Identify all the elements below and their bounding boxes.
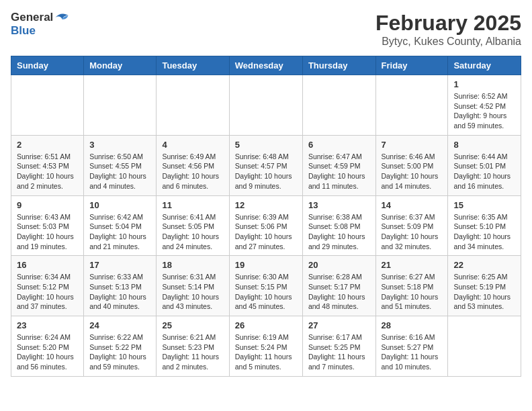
day-info: Sunrise: 6:17 AM Sunset: 5:25 PM Dayligh… [308, 332, 370, 372]
title-section: February 2025 Bytyc, Kukes County, Alban… [375, 11, 521, 48]
calendar-header: SundayMondayTuesdayWednesdayThursdayFrid… [11, 56, 521, 75]
calendar-cell: 23Sunrise: 6:24 AM Sunset: 5:20 PM Dayli… [11, 316, 84, 377]
weekday-header-thursday: Thursday [302, 56, 375, 75]
day-info: Sunrise: 6:22 AM Sunset: 5:22 PM Dayligh… [89, 332, 150, 372]
calendar-cell: 28Sunrise: 6:16 AM Sunset: 5:27 PM Dayli… [375, 316, 448, 377]
day-number: 22 [453, 260, 515, 270]
calendar-body: 1Sunrise: 6:52 AM Sunset: 4:52 PM Daylig… [11, 75, 521, 377]
day-number: 13 [308, 200, 370, 210]
day-info: Sunrise: 6:21 AM Sunset: 5:23 PM Dayligh… [162, 332, 223, 372]
day-info: Sunrise: 6:38 AM Sunset: 5:08 PM Dayligh… [308, 212, 370, 252]
logo: General Blue [11, 11, 69, 38]
header: General Blue February 2025 Bytyc, Kukes … [11, 11, 521, 48]
day-info: Sunrise: 6:33 AM Sunset: 5:13 PM Dayligh… [89, 272, 150, 312]
calendar-cell: 14Sunrise: 6:37 AM Sunset: 5:09 PM Dayli… [375, 195, 448, 256]
day-number: 16 [17, 260, 78, 270]
day-number: 21 [382, 260, 443, 270]
day-number: 12 [235, 200, 297, 210]
day-info: Sunrise: 6:39 AM Sunset: 5:06 PM Dayligh… [235, 212, 297, 252]
calendar-cell: 5Sunrise: 6:48 AM Sunset: 4:57 PM Daylig… [229, 135, 302, 195]
day-info: Sunrise: 6:19 AM Sunset: 5:24 PM Dayligh… [235, 332, 297, 372]
day-number: 3 [89, 140, 150, 150]
day-info: Sunrise: 6:31 AM Sunset: 5:14 PM Dayligh… [162, 272, 223, 312]
day-number: 6 [308, 140, 370, 150]
week-row-1: 1Sunrise: 6:52 AM Sunset: 4:52 PM Daylig… [11, 75, 521, 136]
day-number: 8 [453, 140, 515, 150]
week-row-2: 2Sunrise: 6:51 AM Sunset: 4:53 PM Daylig… [11, 135, 521, 195]
day-number: 5 [235, 140, 297, 150]
calendar-cell [302, 75, 375, 136]
day-info: Sunrise: 6:41 AM Sunset: 5:05 PM Dayligh… [162, 212, 223, 252]
subtitle: Bytyc, Kukes County, Albania [375, 36, 521, 48]
day-info: Sunrise: 6:44 AM Sunset: 5:01 PM Dayligh… [453, 152, 515, 191]
logo-bird-icon [54, 11, 69, 24]
weekday-header-saturday: Saturday [448, 56, 521, 75]
weekday-header-tuesday: Tuesday [157, 56, 229, 75]
calendar-cell: 9Sunrise: 6:43 AM Sunset: 5:03 PM Daylig… [11, 195, 84, 256]
calendar-cell: 26Sunrise: 6:19 AM Sunset: 5:24 PM Dayli… [229, 316, 302, 377]
logo-general: General [11, 11, 53, 24]
day-info: Sunrise: 6:30 AM Sunset: 5:15 PM Dayligh… [235, 272, 297, 312]
calendar-cell: 15Sunrise: 6:35 AM Sunset: 5:10 PM Dayli… [448, 195, 521, 256]
day-info: Sunrise: 6:24 AM Sunset: 5:20 PM Dayligh… [17, 332, 78, 372]
weekday-row: SundayMondayTuesdayWednesdayThursdayFrid… [11, 56, 521, 75]
calendar-cell: 10Sunrise: 6:42 AM Sunset: 5:04 PM Dayli… [84, 195, 157, 256]
day-number: 27 [308, 320, 370, 330]
calendar-cell: 25Sunrise: 6:21 AM Sunset: 5:23 PM Dayli… [157, 316, 229, 377]
weekday-header-monday: Monday [84, 56, 157, 75]
calendar-cell: 22Sunrise: 6:25 AM Sunset: 5:19 PM Dayli… [448, 256, 521, 316]
day-number: 19 [235, 260, 297, 270]
day-number: 23 [17, 320, 78, 330]
day-number: 1 [453, 79, 515, 89]
calendar-cell: 16Sunrise: 6:34 AM Sunset: 5:12 PM Dayli… [11, 256, 84, 316]
calendar-cell [229, 75, 302, 136]
calendar-cell: 12Sunrise: 6:39 AM Sunset: 5:06 PM Dayli… [229, 195, 302, 256]
day-info: Sunrise: 6:25 AM Sunset: 5:19 PM Dayligh… [453, 272, 515, 312]
day-number: 20 [308, 260, 370, 270]
day-number: 9 [17, 200, 78, 210]
calendar-cell: 19Sunrise: 6:30 AM Sunset: 5:15 PM Dayli… [229, 256, 302, 316]
calendar: SundayMondayTuesdayWednesdayThursdayFrid… [11, 56, 521, 377]
calendar-cell: 7Sunrise: 6:46 AM Sunset: 5:00 PM Daylig… [375, 135, 448, 195]
calendar-cell: 8Sunrise: 6:44 AM Sunset: 5:01 PM Daylig… [448, 135, 521, 195]
day-number: 25 [162, 320, 223, 330]
day-info: Sunrise: 6:28 AM Sunset: 5:17 PM Dayligh… [308, 272, 370, 312]
day-number: 15 [453, 200, 515, 210]
day-info: Sunrise: 6:51 AM Sunset: 4:53 PM Dayligh… [17, 152, 78, 191]
calendar-cell: 27Sunrise: 6:17 AM Sunset: 5:25 PM Dayli… [302, 316, 375, 377]
day-info: Sunrise: 6:16 AM Sunset: 5:27 PM Dayligh… [382, 332, 443, 372]
calendar-cell: 3Sunrise: 6:50 AM Sunset: 4:55 PM Daylig… [84, 135, 157, 195]
weekday-header-sunday: Sunday [11, 56, 84, 75]
day-number: 14 [382, 200, 443, 210]
weekday-header-friday: Friday [375, 56, 448, 75]
calendar-cell [157, 75, 229, 136]
day-info: Sunrise: 6:42 AM Sunset: 5:04 PM Dayligh… [89, 212, 150, 252]
calendar-cell: 4Sunrise: 6:49 AM Sunset: 4:56 PM Daylig… [157, 135, 229, 195]
day-info: Sunrise: 6:37 AM Sunset: 5:09 PM Dayligh… [382, 212, 443, 252]
calendar-cell: 6Sunrise: 6:47 AM Sunset: 4:59 PM Daylig… [302, 135, 375, 195]
day-info: Sunrise: 6:35 AM Sunset: 5:10 PM Dayligh… [453, 212, 515, 252]
day-number: 24 [89, 320, 150, 330]
day-number: 28 [382, 320, 443, 330]
day-info: Sunrise: 6:27 AM Sunset: 5:18 PM Dayligh… [382, 272, 443, 312]
week-row-4: 16Sunrise: 6:34 AM Sunset: 5:12 PM Dayli… [11, 256, 521, 316]
week-row-3: 9Sunrise: 6:43 AM Sunset: 5:03 PM Daylig… [11, 195, 521, 256]
calendar-cell [11, 75, 84, 136]
day-number: 2 [17, 140, 78, 150]
calendar-cell: 1Sunrise: 6:52 AM Sunset: 4:52 PM Daylig… [448, 75, 521, 136]
calendar-cell [84, 75, 157, 136]
calendar-cell: 2Sunrise: 6:51 AM Sunset: 4:53 PM Daylig… [11, 135, 84, 195]
day-info: Sunrise: 6:43 AM Sunset: 5:03 PM Dayligh… [17, 212, 78, 252]
calendar-cell: 21Sunrise: 6:27 AM Sunset: 5:18 PM Dayli… [375, 256, 448, 316]
day-number: 11 [162, 200, 223, 210]
calendar-cell [448, 316, 521, 377]
day-info: Sunrise: 6:50 AM Sunset: 4:55 PM Dayligh… [89, 152, 150, 191]
day-info: Sunrise: 6:46 AM Sunset: 5:00 PM Dayligh… [382, 152, 443, 191]
day-number: 26 [235, 320, 297, 330]
weekday-header-wednesday: Wednesday [229, 56, 302, 75]
week-row-5: 23Sunrise: 6:24 AM Sunset: 5:20 PM Dayli… [11, 316, 521, 377]
day-info: Sunrise: 6:47 AM Sunset: 4:59 PM Dayligh… [308, 152, 370, 191]
calendar-cell: 11Sunrise: 6:41 AM Sunset: 5:05 PM Dayli… [157, 195, 229, 256]
calendar-cell: 18Sunrise: 6:31 AM Sunset: 5:14 PM Dayli… [157, 256, 229, 316]
calendar-cell [375, 75, 448, 136]
